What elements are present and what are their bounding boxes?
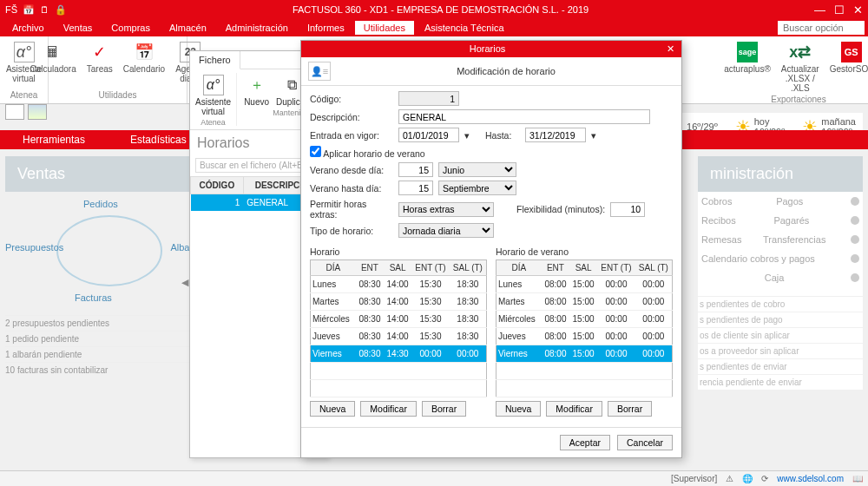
ribbon-facturaplus[interactable]: sageacturaplus® xyxy=(722,40,773,95)
table-row[interactable]: Miércoles08:0015:0000:0000:00 xyxy=(496,311,673,328)
verano-desde-mes[interactable]: Junio xyxy=(438,162,516,177)
verano-desde-dia[interactable] xyxy=(398,162,433,177)
book-icon[interactable]: 📖 xyxy=(852,474,863,483)
minimize-icon[interactable]: — xyxy=(814,3,825,16)
tab-herramientas[interactable]: Herramientas xyxy=(0,134,108,146)
table-row[interactable]: Martes08:0015:0000:0000:00 xyxy=(496,293,673,311)
status-user: [Supervisor] xyxy=(671,474,717,483)
aceptar-button[interactable]: Aceptar xyxy=(560,435,610,450)
pending-list: 2 presupuestos pendientes 1 pedido pendi… xyxy=(5,315,214,378)
warning-icon[interactable]: ⚠ xyxy=(726,474,733,483)
svg-point-0 xyxy=(57,216,161,286)
codigo-field xyxy=(398,91,459,106)
titlebar: FŠ 📅 🗒 🔒 FACTUSOL 360 - XD1 - EMPRESA DE… xyxy=(0,0,868,19)
dashboard-admin: ministración CobrosPagos RecibosPagarés … xyxy=(698,156,863,390)
modificar-button[interactable]: Modificar xyxy=(546,401,602,417)
cycle-facturas[interactable]: Facturas xyxy=(75,292,112,303)
hasta-field[interactable] xyxy=(525,128,586,142)
cycle-presupuestos[interactable]: Presupuestos xyxy=(5,242,63,253)
flex-field[interactable] xyxy=(610,202,645,217)
borrar-button[interactable]: Borrar xyxy=(608,401,652,417)
tab-fichero[interactable]: Fichero xyxy=(190,51,240,69)
titlebar-left-icons: FŠ 📅 🗒 🔒 xyxy=(5,4,67,16)
menubar: Archivo Ventas Compras Almacén Administr… xyxy=(0,19,868,36)
ribbon-gestorsol[interactable]: GSGestorSOL xyxy=(828,40,868,95)
ribbon-calendario[interactable]: 📅Calendario xyxy=(122,40,167,90)
app-title: FACTUSOL 360 - XD1 - EMPRESA DE DEMOSTRA… xyxy=(67,4,814,15)
horario-table: DÍAENTSALENT (T)SAL (T) Lunes08:3014:001… xyxy=(310,259,487,397)
calendar-icon[interactable]: ▾ xyxy=(464,130,470,141)
menu-utilidades[interactable]: Utilidades xyxy=(355,21,414,35)
table-row[interactable]: Viernes08:0015:0000:0000:00 xyxy=(496,345,673,363)
aplicar-verano-checkbox[interactable] xyxy=(310,146,321,157)
ventas-header: Ventas xyxy=(5,156,214,192)
calendar-icon[interactable]: ▾ xyxy=(591,130,596,141)
view-grid-icon[interactable] xyxy=(5,104,24,120)
vigor-field[interactable] xyxy=(398,128,459,142)
menu-administracion[interactable]: Administración xyxy=(217,21,297,35)
dashboard-ventas: Ventas Pedidos Albaranes Facturas Presup… xyxy=(5,156,214,378)
collapse-icon[interactable]: ◀ xyxy=(181,277,188,288)
view-switcher xyxy=(5,104,47,120)
modal-close-icon[interactable]: ✕ xyxy=(667,43,674,55)
calendar-icon[interactable]: 📅 xyxy=(23,4,35,16)
horario-modal: Horarios✕ 👤≡Modificación de horario Códi… xyxy=(300,40,682,458)
modal-title: Horarios xyxy=(308,43,667,55)
nueva-button[interactable]: Nueva xyxy=(496,401,541,417)
ribbon-calculadora[interactable]: 🖩Calculadora xyxy=(28,40,77,90)
ribbon-actualizar-xls[interactable]: x⇄Actualizar .XLSX / .XLS xyxy=(779,40,821,95)
modificar-button[interactable]: Modificar xyxy=(360,401,417,417)
view-image-icon[interactable] xyxy=(28,104,47,120)
note-icon[interactable]: 🗒 xyxy=(40,4,49,16)
table-row[interactable]: Martes08:3014:0015:3018:30 xyxy=(311,293,487,311)
table-row[interactable]: Jueves08:3014:0015:3018:30 xyxy=(311,328,487,345)
table-row[interactable]: Lunes08:0015:0000:0000:00 xyxy=(496,276,673,293)
table-row[interactable]: Lunes08:3014:0015:3018:30 xyxy=(311,276,487,293)
panel-asistente[interactable]: α°Asistente virtual xyxy=(194,73,233,118)
table-row[interactable]: Viernes08:3014:3000:0000:00 xyxy=(311,345,487,363)
ribbon-tareas[interactable]: ✓Tareas xyxy=(85,40,115,90)
menu-compras[interactable]: Compras xyxy=(102,21,159,35)
verano-table: DÍAENTSALENT (T)SAL (T) Lunes08:0015:000… xyxy=(496,259,673,397)
verano-hasta-dia[interactable] xyxy=(398,181,433,195)
menu-almacen[interactable]: Almacén xyxy=(161,21,215,35)
search-input[interactable] xyxy=(778,21,865,35)
lock-icon[interactable]: 🔒 xyxy=(55,4,67,16)
refresh-icon[interactable]: ⟳ xyxy=(761,474,768,483)
menu-archivo[interactable]: Archivo xyxy=(3,21,53,35)
table-row[interactable]: Jueves08:0015:0000:0000:00 xyxy=(496,328,673,345)
cycle-pedidos[interactable]: Pedidos xyxy=(83,199,118,209)
modal-subtitle: Modificación de horario xyxy=(338,66,674,76)
status-link[interactable]: www.sdelsol.com xyxy=(777,474,844,483)
globe-icon[interactable]: 🌐 xyxy=(742,474,753,483)
fs-icon: FŠ xyxy=(5,4,17,16)
menu-asistencia[interactable]: Asistencia Técnica xyxy=(416,21,513,35)
descripcion-field[interactable] xyxy=(398,109,650,124)
close-icon[interactable]: ✕ xyxy=(853,3,863,16)
menu-informes[interactable]: Informes xyxy=(299,21,353,35)
statusbar: [Supervisor] ⚠ 🌐 ⟳ www.sdelsol.com 📖 xyxy=(0,470,868,486)
maximize-icon[interactable]: ☐ xyxy=(834,3,845,16)
cancelar-button[interactable]: Cancelar xyxy=(617,435,673,450)
verano-hasta-mes[interactable]: Septiembre xyxy=(438,181,516,195)
table-row[interactable]: Miércoles08:3014:0015:3018:30 xyxy=(311,311,487,328)
menu-ventas[interactable]: Ventas xyxy=(55,21,102,35)
permitir-select[interactable]: Horas extras xyxy=(398,202,494,217)
borrar-button[interactable]: Borrar xyxy=(422,401,466,417)
panel-nuevo[interactable]: ＋Nuevo xyxy=(242,73,271,108)
nueva-button[interactable]: Nueva xyxy=(310,401,355,417)
person-icon: 👤≡ xyxy=(308,62,331,81)
tipo-select[interactable]: Jornada diaria xyxy=(398,223,494,238)
